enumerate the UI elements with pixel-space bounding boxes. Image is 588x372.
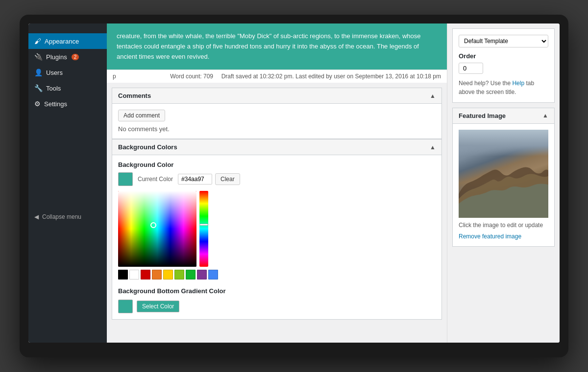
- sidebar-item-users[interactable]: 👤 Users: [28, 65, 107, 80]
- remove-featured-image-link[interactable]: Remove featured image: [459, 233, 521, 240]
- tag-indicator: p: [113, 73, 116, 80]
- color-input-row: Current Color Clear: [118, 172, 436, 186]
- settings-icon: ⚙: [34, 100, 41, 108]
- collapse-arrow-icon: ◀: [34, 213, 39, 220]
- swatch-white[interactable]: [129, 270, 139, 279]
- bg-color-label: Background Color: [118, 161, 436, 168]
- appearance-icon: 🖌: [34, 37, 41, 45]
- bg-bottom-gradient-row: Select Color: [118, 300, 436, 313]
- swatch-green[interactable]: [186, 270, 196, 279]
- collapse-menu-button[interactable]: ◀ Collapse menu: [28, 209, 107, 224]
- clear-color-button[interactable]: Clear: [215, 173, 240, 185]
- featured-image-header: Featured Image ▲: [453, 108, 554, 124]
- swatch-purple[interactable]: [197, 270, 207, 279]
- featured-image-title: Featured Image: [459, 112, 506, 119]
- page-attributes-content: Default Template Full Width No Sidebar O…: [453, 29, 554, 102]
- status-text: Word count: 709 Draft saved at 10:32:02 …: [170, 73, 441, 80]
- click-to-edit-text: Click the image to edit or update: [459, 222, 548, 229]
- editor-area: creature, from the white whale, the terr…: [107, 23, 447, 343]
- main-content: creature, from the white whale, the terr…: [107, 23, 560, 343]
- select-color-button[interactable]: Select Color: [137, 301, 179, 312]
- sidebar-label-appearance: Appearance: [45, 38, 79, 45]
- text-preview: creature, from the white whale, the terr…: [107, 23, 447, 70]
- featured-image-collapse-arrow[interactable]: ▲: [542, 112, 548, 119]
- picker-cursor: [150, 222, 156, 228]
- sidebar-label-settings: Settings: [44, 100, 67, 108]
- comments-metabox: Comments ▲ Add comment No comments yet.: [112, 88, 442, 139]
- hue-thumb: [199, 224, 208, 226]
- order-input[interactable]: [459, 63, 483, 74]
- sidebar-label-tools: Tools: [46, 85, 61, 92]
- order-label: Order: [459, 52, 548, 60]
- background-colors-header: Background Colors ▲: [112, 140, 441, 155]
- sidebar-label-users: Users: [46, 69, 63, 76]
- featured-image-thumbnail[interactable]: [459, 130, 548, 218]
- background-colors-title: Background Colors: [118, 143, 177, 151]
- background-colors-metabox: Background Colors ▲ Background Color Cur…: [112, 139, 442, 320]
- editor-footer: p Word count: 709 Draft saved at 10:32:0…: [107, 70, 447, 83]
- color-picker: [118, 191, 436, 267]
- current-color-label: Current Color: [136, 176, 175, 183]
- word-count-label: Word count:: [170, 73, 201, 80]
- rainbow-black: [118, 191, 196, 267]
- comments-collapse-arrow[interactable]: ▲: [430, 93, 436, 99]
- featured-image-content: Click the image to edit or update Remove…: [453, 124, 554, 246]
- swatch-lime[interactable]: [174, 270, 184, 279]
- comments-title: Comments: [118, 92, 151, 99]
- background-colors-collapse-arrow[interactable]: ▲: [430, 144, 436, 151]
- add-comment-button[interactable]: Add comment: [118, 110, 165, 121]
- word-count-value: 709: [203, 73, 213, 80]
- swatch-black[interactable]: [118, 270, 128, 279]
- swatch-orange[interactable]: [152, 270, 162, 279]
- help-text: Need help? Use the Help tab above the sc…: [459, 79, 548, 96]
- featured-image-box: Featured Image ▲: [452, 108, 555, 247]
- laptop-frame: 🖌 Appearance 🔌 Plugins 2 👤 Users 🔧 Tools…: [20, 15, 568, 357]
- hex-color-input[interactable]: [178, 174, 212, 185]
- sidebar-item-settings[interactable]: ⚙ Settings: [28, 96, 107, 112]
- sidebar-item-plugins[interactable]: 🔌 Plugins 2: [28, 49, 107, 65]
- help-text-before: Need help? Use the: [459, 80, 512, 87]
- preview-text: creature, from the white whale, the terr…: [117, 32, 421, 60]
- color-gradient-canvas[interactable]: [118, 191, 196, 267]
- swatch-yellow[interactable]: [163, 270, 173, 279]
- tools-icon: 🔧: [34, 84, 43, 92]
- plugins-badge: 2: [72, 54, 79, 60]
- sidebar-item-tools[interactable]: 🔧 Tools: [28, 80, 107, 96]
- gradient-color-swatch[interactable]: [118, 300, 133, 313]
- comments-content: Add comment No comments yet.: [112, 104, 441, 139]
- sidebar-label-plugins: Plugins: [46, 53, 67, 61]
- help-link[interactable]: Help: [512, 80, 524, 87]
- bg-bottom-gradient-section: Background Bottom Gradient Color Select …: [118, 287, 436, 313]
- sidebar: 🖌 Appearance 🔌 Plugins 2 👤 Users 🔧 Tools…: [28, 23, 107, 343]
- bg-bottom-gradient-label: Background Bottom Gradient Color: [118, 287, 436, 295]
- template-select[interactable]: Default Template Full Width No Sidebar: [459, 35, 548, 47]
- content-area: creature, from the white whale, the terr…: [107, 23, 560, 343]
- color-swatch-preview[interactable]: [118, 172, 133, 186]
- background-colors-content: Background Color Current Color Clear: [112, 155, 441, 319]
- comments-header: Comments ▲: [112, 88, 441, 104]
- plugins-icon: 🔌: [34, 53, 43, 61]
- draft-status: Draft saved at 10:32:02 pm. Last edited …: [221, 73, 441, 80]
- hue-slider[interactable]: [199, 191, 208, 267]
- right-sidebar: Default Template Full Width No Sidebar O…: [447, 23, 560, 343]
- screen: 🖌 Appearance 🔌 Plugins 2 👤 Users 🔧 Tools…: [28, 23, 560, 343]
- no-comments-text: No comments yet.: [118, 125, 436, 133]
- color-swatches-row: [118, 270, 436, 279]
- sidebar-item-appearance[interactable]: 🖌 Appearance: [28, 33, 107, 49]
- collapse-menu-label: Collapse menu: [42, 213, 81, 220]
- swatch-red[interactable]: [141, 270, 150, 279]
- users-icon: 👤: [34, 69, 43, 76]
- page-attributes-box: Default Template Full Width No Sidebar O…: [452, 28, 555, 103]
- swatch-blue[interactable]: [208, 270, 218, 279]
